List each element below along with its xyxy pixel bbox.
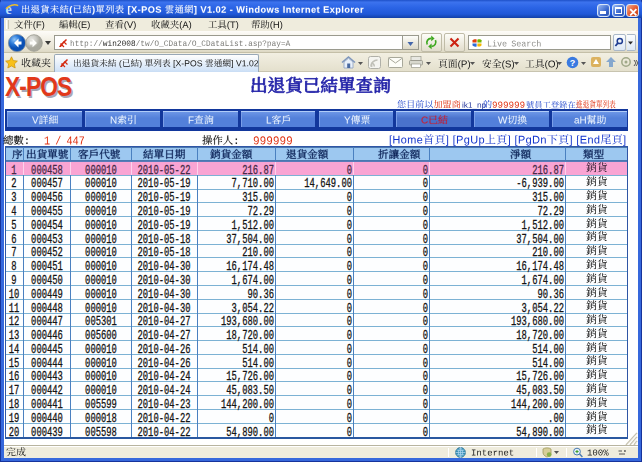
- svg-text:?: ?: [570, 58, 576, 68]
